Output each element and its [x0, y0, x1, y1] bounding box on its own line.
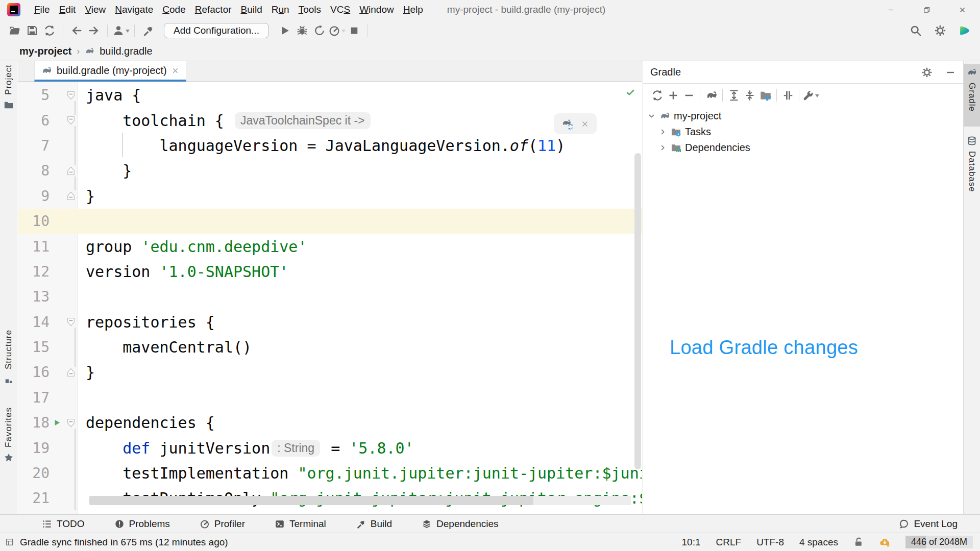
- tool-button-todo[interactable]: TODO: [42, 518, 85, 530]
- stop-button[interactable]: [346, 20, 363, 41]
- build-hammer-button[interactable]: [139, 20, 157, 41]
- code-editor[interactable]: 5java {6 toolchain { JavaToolchainSpec i…: [18, 82, 642, 514]
- ide-updates-button[interactable]: [958, 20, 972, 41]
- coverage-button[interactable]: [311, 20, 328, 41]
- refresh-gradle-button[interactable]: [649, 85, 665, 106]
- menu-help[interactable]: Help: [399, 4, 428, 15]
- tool-button-problems[interactable]: Problems: [114, 518, 170, 530]
- fold-down-icon[interactable]: [64, 90, 78, 101]
- gradle-panel-settings-icon[interactable]: [921, 67, 933, 78]
- strip-tab-favorites[interactable]: Favorites: [0, 404, 17, 463]
- forward-button[interactable]: [85, 20, 103, 41]
- chevron-down-icon[interactable]: [647, 112, 656, 120]
- code-line[interactable]: 11group 'edu.cnm.deepdive': [18, 234, 642, 259]
- code-line[interactable]: 6 toolchain { JavaToolchainSpec it ->: [18, 108, 642, 133]
- search-everywhere-button[interactable]: [909, 20, 923, 41]
- minimize-button[interactable]: [873, 0, 909, 19]
- file-encoding[interactable]: UTF-8: [756, 537, 784, 548]
- tool-button-build[interactable]: Build: [356, 518, 392, 530]
- close-button[interactable]: [944, 0, 980, 19]
- tree-item-dependencies[interactable]: Dependencies: [643, 140, 963, 156]
- menu-window[interactable]: Window: [355, 4, 399, 15]
- strip-tab-project[interactable]: Project: [0, 61, 17, 110]
- code-line[interactable]: 7 languageVersion = JavaLanguageVersion.…: [18, 133, 642, 158]
- code-line[interactable]: 16}: [18, 360, 642, 385]
- menu-edit[interactable]: Edit: [55, 4, 81, 15]
- collapse-all-button[interactable]: [742, 85, 757, 106]
- open-folder-button[interactable]: [6, 20, 23, 41]
- code-line[interactable]: 12version '1.0-SNAPSHOT': [18, 259, 642, 284]
- strip-tab-gradle[interactable]: Gradle: [964, 64, 980, 127]
- tree-item-tasks[interactable]: Tasks: [643, 124, 963, 140]
- toggle-task-view-button[interactable]: [780, 85, 796, 106]
- line-separator[interactable]: CRLF: [716, 537, 742, 548]
- user-button[interactable]: [112, 20, 130, 41]
- tool-button-terminal[interactable]: Terminal: [275, 518, 326, 530]
- chevron-right-icon[interactable]: [658, 128, 667, 136]
- code-line[interactable]: 8 }: [18, 158, 642, 183]
- horizontal-scrollbar[interactable]: [89, 496, 533, 505]
- fold-down-icon[interactable]: [64, 316, 78, 328]
- save-all-button[interactable]: [23, 20, 41, 41]
- run-button[interactable]: [276, 20, 293, 41]
- menu-tools[interactable]: Tools: [294, 4, 326, 15]
- tool-button-event-log[interactable]: Event Log: [899, 518, 958, 530]
- code-line[interactable]: 20 testImplementation "org.junit.jupiter…: [18, 461, 642, 486]
- group-modules-button[interactable]: [757, 85, 773, 106]
- cloud-sync-icon[interactable]: [879, 537, 890, 547]
- expand-all-button[interactable]: [726, 85, 742, 106]
- strip-tab-database[interactable]: Database: [964, 133, 980, 214]
- fold-up-icon[interactable]: [64, 190, 78, 202]
- inspections-ok-icon[interactable]: [626, 88, 635, 97]
- menu-vcs[interactable]: VCS: [326, 4, 355, 15]
- execute-task-button[interactable]: [703, 85, 719, 106]
- code-line[interactable]: 15 mavenCentral(): [18, 335, 642, 360]
- fold-down-icon[interactable]: [64, 417, 78, 429]
- load-gradle-changes-icon[interactable]: [561, 118, 574, 130]
- tab-build-gradle[interactable]: build.gradle (my-project): [34, 61, 186, 82]
- debug-button[interactable]: [293, 20, 311, 41]
- menu-build[interactable]: Build: [236, 4, 267, 15]
- gradle-settings-button[interactable]: [802, 85, 818, 106]
- add-configuration-button[interactable]: Add Configuration...: [164, 23, 269, 38]
- code-line[interactable]: 17: [18, 385, 642, 410]
- profiler-button[interactable]: [328, 20, 346, 41]
- run-gutter-icon[interactable]: [50, 418, 64, 427]
- restore-button[interactable]: [909, 0, 944, 19]
- code-line[interactable]: 5java {: [18, 83, 642, 108]
- code-line[interactable]: 18dependencies {: [18, 410, 642, 435]
- code-line[interactable]: 14repositories {: [18, 310, 642, 335]
- menu-file[interactable]: File: [30, 4, 55, 15]
- attach-project-button[interactable]: [665, 85, 681, 106]
- caret-position[interactable]: 10:1: [682, 537, 701, 548]
- menu-navigate[interactable]: Navigate: [110, 4, 158, 15]
- tool-button-dependencies[interactable]: Dependencies: [422, 518, 498, 530]
- memory-indicator[interactable]: 446 of 2048M: [905, 536, 973, 548]
- menu-view[interactable]: View: [80, 4, 110, 15]
- tab-close-icon[interactable]: [172, 67, 179, 74]
- indent-style[interactable]: 4 spaces: [799, 537, 838, 548]
- menu-code[interactable]: Code: [158, 4, 190, 15]
- dismiss-icon[interactable]: [581, 120, 589, 128]
- lock-open-icon[interactable]: [853, 537, 864, 547]
- settings-gear-button[interactable]: [933, 20, 947, 41]
- gradle-panel-hide-icon[interactable]: [945, 67, 956, 78]
- chevron-right-icon[interactable]: [658, 143, 667, 152]
- code-line[interactable]: 19 def junitVersion: String = '5.8.0': [18, 435, 642, 460]
- back-button[interactable]: [68, 20, 85, 41]
- tool-button-profiler[interactable]: Profiler: [200, 518, 245, 530]
- menu-run[interactable]: Run: [267, 4, 294, 15]
- window-grid-icon[interactable]: [5, 538, 14, 546]
- breadcrumb-project[interactable]: my-project: [19, 45, 71, 57]
- code-line[interactable]: 9}: [18, 184, 642, 209]
- code-line[interactable]: 13: [18, 284, 642, 309]
- synchronize-button[interactable]: [41, 20, 58, 41]
- menu-refactor[interactable]: Refactor: [190, 4, 236, 15]
- fold-up-icon[interactable]: [64, 165, 78, 177]
- detach-project-button[interactable]: [681, 85, 697, 106]
- code-line[interactable]: 10: [18, 209, 642, 234]
- breadcrumb-file[interactable]: build.gradle: [100, 45, 152, 57]
- vertical-scrollbar[interactable]: [634, 153, 641, 469]
- fold-down-icon[interactable]: [64, 115, 78, 126]
- tree-item-my-project[interactable]: my-project: [643, 108, 963, 124]
